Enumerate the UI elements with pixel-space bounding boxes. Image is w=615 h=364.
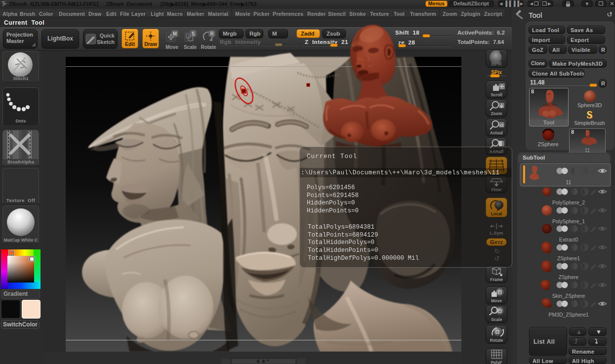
svg-text:ZSphere1: ZSphere1: [557, 255, 580, 261]
svg-text:PolySphere_1: PolySphere_1: [552, 218, 585, 224]
svg-text:ZSphere: ZSphere: [559, 274, 578, 280]
svg-text:S: S: [586, 109, 592, 120]
svg-text:R: R: [210, 31, 214, 37]
svg-text:Extract0: Extract0: [559, 237, 578, 243]
svg-text:M: M: [173, 31, 177, 37]
svg-text:PolySphere_2: PolySphere_2: [552, 200, 585, 205]
svg-text:S: S: [192, 31, 195, 37]
svg-text:11: 11: [566, 179, 572, 185]
svg-text:Skin_ZSphere: Skin_ZSphere: [552, 293, 585, 299]
svg-text:PM3D_ZSphere1: PM3D_ZSphere1: [548, 312, 588, 318]
svg-text:x1: x1: [499, 123, 504, 127]
